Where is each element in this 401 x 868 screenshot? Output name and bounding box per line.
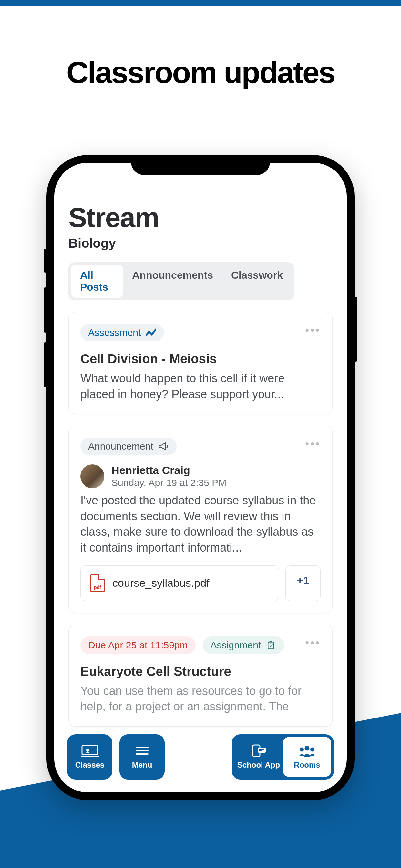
phone-side-button — [354, 297, 357, 362]
tab-all-posts[interactable]: All Posts — [71, 265, 123, 298]
school-app-icon — [250, 744, 268, 757]
top-accent-strip — [0, 0, 401, 6]
post-card[interactable]: ••• Due Apr 25 at 11:59pm Assignment Euk… — [68, 624, 333, 726]
tab-announcements[interactable]: Announcements — [123, 265, 222, 298]
nav-classes-button[interactable]: Classes — [67, 734, 112, 779]
post-type-chip: Assessment — [81, 324, 164, 341]
post-type-chip: Assignment — [203, 637, 284, 654]
nav-app-switcher: School App Rooms — [232, 734, 334, 779]
post-timestamp: Sunday, Apr 19 at 2:35 PM — [112, 477, 226, 488]
post-type-chip: Announcement — [81, 438, 177, 455]
post-menu-icon[interactable]: ••• — [305, 438, 320, 450]
svg-rect-9 — [258, 748, 266, 753]
post-title: Cell Division - Meiosis — [81, 352, 320, 366]
nav-school-app-button[interactable]: School App — [235, 737, 283, 777]
post-body: You can use them as resources to go to f… — [81, 683, 320, 715]
svg-point-12 — [305, 746, 309, 750]
nav-label: Rooms — [294, 761, 320, 770]
attachment[interactable]: pdf course_syllabus.pdf — [81, 565, 279, 601]
megaphone-icon — [158, 442, 169, 451]
post-menu-icon[interactable]: ••• — [305, 637, 320, 649]
author-name: Henrietta Craig — [112, 464, 226, 476]
phone-side-button — [44, 249, 47, 273]
nav-rooms-button[interactable]: Rooms — [283, 737, 331, 777]
pdf-icon: pdf — [90, 574, 104, 592]
svg-point-3 — [86, 748, 89, 752]
class-subject: Biology — [68, 236, 333, 251]
post-author-row: Henrietta Craig Sunday, Apr 19 at 2:35 P… — [81, 464, 320, 488]
post-card[interactable]: ••• Announcement Henrietta Craig Sunday,… — [68, 426, 333, 613]
more-attachments-button[interactable]: +1 — [285, 565, 320, 601]
svg-point-14 — [310, 748, 314, 751]
assessment-icon — [145, 329, 156, 337]
post-body: I've posted the updated course syllabus … — [81, 493, 320, 555]
phone-side-button — [44, 287, 47, 333]
nav-label: Classes — [75, 761, 104, 770]
assignment-icon — [266, 641, 276, 649]
attachment-filename: course_syllabus.pdf — [112, 577, 210, 589]
post-card[interactable]: ••• Assessment Cell Division - Meiosis W… — [68, 312, 333, 414]
phone-screen: Stream Biology All Posts Announcements C… — [54, 163, 347, 793]
post-title: Eukaryote Cell Structure — [81, 664, 320, 679]
bottom-navigation: Classes Menu School App Rooms — [67, 734, 334, 779]
phone-notch — [131, 155, 270, 175]
chip-label: Due Apr 25 at 11:59pm — [88, 640, 188, 651]
chip-label: Assessment — [88, 327, 141, 338]
promo-title: Classroom updates — [0, 55, 401, 90]
nav-menu-button[interactable]: Menu — [120, 734, 165, 779]
due-date-chip: Due Apr 25 at 11:59pm — [81, 637, 196, 654]
menu-icon — [133, 744, 151, 757]
stream-filter-tabs: All Posts Announcements Classwork — [68, 262, 295, 300]
nav-label: School App — [237, 761, 280, 770]
phone-mockup: Stream Biology All Posts Announcements C… — [47, 155, 354, 800]
post-body: What would happen to this cell if it wer… — [81, 371, 320, 402]
tab-classwork[interactable]: Classwork — [222, 265, 292, 298]
chip-label: Assignment — [211, 640, 261, 651]
classes-icon — [81, 744, 99, 757]
nav-label: Menu — [132, 761, 152, 770]
avatar — [81, 464, 104, 488]
chip-label: Announcement — [88, 441, 153, 452]
rooms-icon — [298, 744, 316, 757]
page-title: Stream — [68, 202, 333, 234]
phone-side-button — [44, 342, 47, 388]
post-menu-icon[interactable]: ••• — [305, 324, 320, 337]
svg-point-13 — [300, 748, 304, 751]
